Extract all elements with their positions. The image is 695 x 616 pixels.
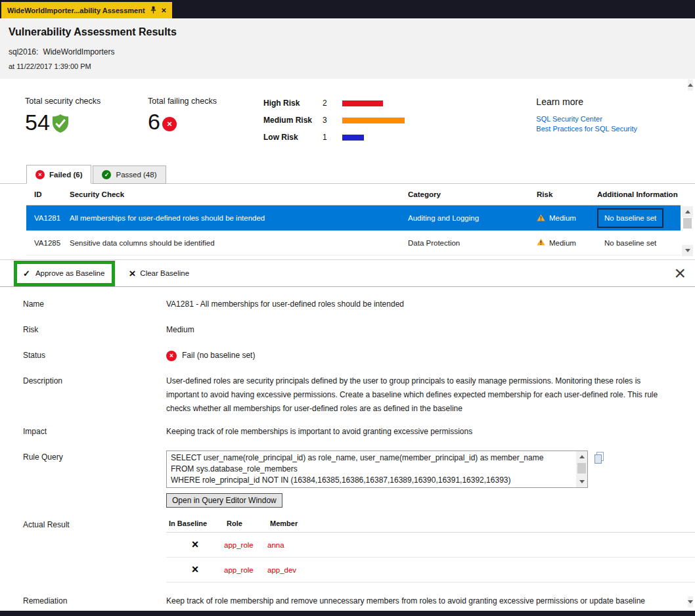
failing-checks-label: Total failing checks	[148, 97, 263, 106]
risk-count: 3	[323, 116, 342, 125]
main-scroll-down-icon[interactable]	[688, 596, 693, 607]
risk-value: Medium	[166, 323, 672, 337]
scrollbar-thumb[interactable]	[683, 218, 692, 229]
link-best-practices[interactable]: Best Practices for SQL Security	[536, 124, 637, 134]
detail-row-risk: Risk Medium	[23, 323, 695, 337]
total-checks-stat: Total security checks 54	[25, 97, 148, 135]
pin-icon[interactable]	[150, 6, 156, 15]
failing-checks-stat: Total failing checks 6 ×	[148, 97, 263, 135]
page-title: Vulnerability Assessment Results	[9, 26, 695, 38]
risk-count: 2	[323, 99, 342, 108]
query-line: FROM sys.database_role_members	[171, 464, 572, 475]
actual-result-row: × app_role app_dev	[166, 558, 695, 583]
risk-label: High Risk	[263, 99, 323, 108]
server-line: sql2016:WideWorldImporters	[9, 47, 695, 56]
column-header-additional-information: Additional Information	[592, 190, 681, 198]
ar-role: app_role	[224, 541, 267, 549]
detail-row-impact: Impact Keeping track of role memberships…	[23, 425, 695, 439]
approve-as-baseline-button[interactable]: ✓ Approve as Baseline	[14, 261, 115, 286]
scroll-down-icon[interactable]	[682, 245, 693, 256]
failed-checks-table: ID Security Check Category Risk Addition…	[0, 184, 695, 255]
total-checks-value: 54	[25, 110, 50, 135]
failed-tab-icon: ×	[35, 170, 45, 179]
actual-result-label: Actual Result	[23, 518, 166, 532]
clear-baseline-button[interactable]: × Clear Baseline	[129, 268, 189, 279]
copy-query-icon[interactable]	[594, 452, 604, 466]
cell-additional-information: No baseline set	[592, 239, 681, 247]
risk-row-low: Low Risk 1	[263, 133, 405, 142]
warning-icon	[537, 238, 545, 247]
check-icon: ✓	[23, 269, 30, 278]
cell-risk: Medium	[531, 214, 592, 223]
impact-label: Impact	[23, 425, 166, 439]
main-scroll-up-icon[interactable]	[688, 79, 693, 91]
table-row[interactable]: VA1285 Sensitive data columns should be …	[26, 231, 681, 255]
details-close-icon[interactable]: ×	[674, 263, 686, 283]
cell-category: Auditing and Logging	[403, 214, 531, 222]
fail-circle-icon: ×	[162, 117, 177, 131]
passed-tab-icon: ✓	[102, 170, 111, 179]
cell-category: Data Protection	[403, 239, 531, 247]
risk-bar-medium	[342, 118, 405, 123]
table-header-row: ID Security Check Category Risk Addition…	[26, 184, 681, 206]
risk-label: Risk	[23, 323, 166, 337]
description-value: User-defined roles are security principa…	[166, 374, 672, 416]
scroll-up-icon[interactable]	[576, 451, 587, 462]
risk-label: Medium Risk	[263, 116, 323, 125]
link-sql-security-center[interactable]: SQL Security Center	[536, 114, 637, 124]
check-details-panel: Name VA1281 - All memberships for user-d…	[0, 287, 695, 616]
result-tabs: × Failed (6) ✓ Passed (48)	[0, 165, 695, 184]
ar-column-in-baseline: In Baseline	[169, 519, 227, 527]
tab-failed[interactable]: × Failed (6)	[26, 165, 91, 184]
ar-column-role: Role	[227, 519, 270, 527]
description-label: Description	[23, 374, 166, 388]
document-tab[interactable]: WideWorldImporter...ability Assessment ×	[1, 2, 172, 18]
status-value: Fail (no baseline set)	[182, 349, 255, 363]
learn-more-title: Learn more	[536, 97, 637, 107]
clear-label: Clear Baseline	[140, 269, 189, 277]
actual-result-row: × app_role anna	[166, 533, 695, 558]
detail-row-rule-query: Rule Query SELECT user_name(role_princip…	[23, 451, 695, 508]
failed-tab-label: Failed (6)	[49, 171, 82, 179]
risk-row-medium: Medium Risk 3	[263, 116, 405, 125]
x-icon: ×	[129, 268, 135, 279]
cell-security-check: All memberships for user-defined roles s…	[64, 214, 403, 222]
column-header-category: Category	[403, 190, 531, 198]
fail-status-icon: ×	[166, 351, 177, 361]
not-in-baseline-icon: ×	[166, 563, 224, 577]
open-in-query-editor-button[interactable]: Open in Query Editor Window	[166, 493, 282, 508]
results-header: Vulnerability Assessment Results sql2016…	[0, 18, 695, 79]
approve-label: Approve as Baseline	[35, 269, 104, 277]
server-name: sql2016:	[9, 47, 38, 56]
tab-passed[interactable]: ✓ Passed (48)	[93, 165, 166, 184]
risk-label: Low Risk	[263, 133, 323, 142]
tab-close-icon[interactable]: ×	[162, 6, 167, 14]
learn-more-section: Learn more SQL Security Center Best Prac…	[536, 97, 637, 134]
scroll-up-icon[interactable]	[682, 206, 693, 217]
detail-row-description: Description User-defined roles are secur…	[23, 374, 695, 416]
query-scrollbar[interactable]	[576, 451, 587, 487]
table-row[interactable]: VA1281 All memberships for user-defined …	[26, 206, 681, 231]
risk-text: Medium	[549, 239, 576, 247]
query-line: SELECT user_name(role_principal_id) as r…	[171, 452, 572, 464]
ar-member: app_dev	[267, 566, 315, 574]
detail-row-status: Status × Fail (no baseline set)	[23, 349, 695, 363]
status-label: Status	[23, 349, 166, 363]
impact-value: Keeping track of role memberships is imp…	[166, 425, 672, 439]
risk-bar-low	[342, 135, 364, 141]
document-tab-title: WideWorldImporter...ability Assessment	[7, 7, 145, 14]
scroll-down-icon[interactable]	[576, 476, 587, 487]
scrollbar-thumb[interactable]	[577, 463, 586, 473]
rule-query-text[interactable]: SELECT user_name(role_principal_id) as r…	[166, 451, 588, 488]
name-label: Name	[23, 297, 166, 311]
risk-count: 1	[323, 133, 342, 142]
passed-tab-label: Passed (48)	[116, 171, 156, 179]
detail-row-actual-result: Actual Result In Baseline Role Member × …	[23, 518, 695, 583]
cell-additional-information: No baseline set	[592, 208, 681, 228]
baseline-toolbar: ✓ Approve as Baseline × Clear Baseline ×	[0, 259, 695, 287]
cell-security-check: Sensitive data columns should be identif…	[64, 239, 403, 247]
warning-icon	[537, 214, 545, 223]
cell-id: VA1285	[26, 239, 64, 247]
table-scrollbar[interactable]	[682, 206, 693, 256]
scan-timestamp: at 11/22/2017 1:39:00 PM	[9, 62, 695, 70]
